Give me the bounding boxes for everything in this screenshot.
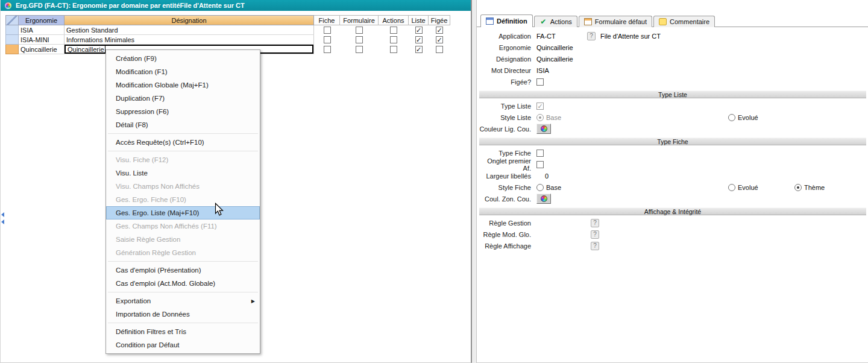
checkbox[interactable]	[390, 46, 397, 53]
row-selector[interactable]	[5, 35, 19, 45]
form-icon	[584, 18, 592, 25]
cell-figee: ✓	[429, 35, 450, 45]
menu-item[interactable]: Modification Globale (Maj+F1)	[106, 78, 260, 92]
header-selector[interactable]	[5, 15, 19, 25]
checkbox[interactable]: ✓	[415, 36, 423, 43]
checkbox[interactable]: ✓	[436, 27, 443, 34]
menu-item[interactable]: Ges. Champs Non Affichés (F11)	[106, 219, 260, 233]
menu-item[interactable]: Génération Règle Gestion	[106, 246, 260, 259]
checkbox[interactable]	[390, 27, 397, 34]
row-selector[interactable]	[5, 25, 19, 35]
tab-commentaire[interactable]: Commentaire	[653, 16, 715, 27]
form-row: Mot DirecteurISIA	[479, 65, 866, 76]
form-row: Largeur libellés0	[479, 170, 866, 182]
checkbox[interactable]	[324, 36, 331, 43]
field-value: Quincaillerie	[536, 55, 587, 63]
tab-actions[interactable]: ✔ Actions	[534, 16, 577, 27]
radio-option[interactable]: Base	[536, 114, 561, 121]
checkbox[interactable]: ✓	[415, 46, 423, 53]
header-fiche[interactable]: Fiche	[314, 15, 340, 25]
row-selector[interactable]	[5, 45, 19, 54]
title-bar[interactable]: Erg.GFD (FA-CT): Ergonomie par domaine p…	[1, 0, 471, 11]
menu-item[interactable]: Accès Requête(s) (Ctrl+F10)	[106, 136, 260, 149]
menu-separator	[108, 133, 258, 134]
submenu-arrow-icon: ▶	[251, 298, 255, 304]
menu-item[interactable]: Cas d'emploi (Act.Mod. Globale)	[106, 277, 260, 290]
tab-formulaire-defaut[interactable]: Formulaire défaut	[579, 16, 652, 27]
checkbox[interactable]	[536, 78, 544, 86]
checkbox[interactable]	[356, 36, 363, 43]
checkbox[interactable]	[324, 46, 331, 53]
cell-ergonomie[interactable]: Quincaillerie	[19, 45, 64, 54]
checkbox[interactable]: ✓	[436, 36, 443, 43]
checkbox[interactable]	[324, 27, 331, 34]
menu-item[interactable]: Suppression (F6)	[106, 105, 260, 118]
checkbox[interactable]	[536, 150, 544, 157]
menu-item[interactable]: Visu. Liste	[106, 166, 260, 180]
color-wheel-icon	[541, 125, 547, 132]
dock-handle[interactable]	[1, 212, 4, 224]
header-liste[interactable]: Liste	[409, 15, 429, 25]
table-row[interactable]: ISIA-MINI Informations Minimales ✓ ✓	[5, 35, 450, 45]
table-row[interactable]: ISIA Gestion Standard ✓ ✓	[5, 25, 450, 35]
tab-label: Formulaire défaut	[595, 18, 647, 25]
radio-option[interactable]: Evolué	[728, 114, 758, 121]
field-content	[536, 147, 866, 159]
cell-formulaire	[340, 35, 379, 45]
checkbox[interactable]: ✓	[536, 103, 544, 110]
checkbox[interactable]	[356, 27, 363, 34]
help-button[interactable]: ?	[587, 32, 596, 40]
tab-bar: Définition ✔ Actions Formulaire défaut C…	[480, 14, 716, 27]
field-label: Largeur libellés	[479, 172, 531, 180]
checkbox[interactable]	[390, 36, 397, 43]
cell-ergonomie[interactable]: ISIA	[19, 25, 64, 35]
form-row: Type Liste✓	[479, 100, 866, 112]
menu-item[interactable]: Définition Filtres et Tris	[106, 325, 260, 338]
menu-item[interactable]: Saisie Règle Gestion	[106, 233, 260, 246]
radio-option[interactable]: Thème	[794, 184, 825, 191]
checkbox[interactable]	[436, 46, 443, 53]
cell-formulaire	[340, 25, 379, 35]
menu-item[interactable]: Duplication (F7)	[106, 92, 260, 105]
menu-item[interactable]: Ges. Ergo. Liste (Maj+F10)	[106, 206, 260, 219]
menu-item[interactable]: Création (F9)	[106, 52, 260, 65]
menu-item[interactable]: Condition par Défaut	[106, 338, 260, 352]
cell-ergonomie[interactable]: ISIA-MINI	[19, 35, 64, 45]
radio-option[interactable]: Base	[536, 184, 561, 191]
menu-item[interactable]: Détail (F8)	[106, 118, 260, 131]
menu-item[interactable]: Ges. Ergo. Fiche (F10)	[106, 193, 260, 206]
actions-check-icon: ✔	[539, 18, 547, 25]
radio-option[interactable]: Evolué	[728, 184, 758, 191]
cell-designation[interactable]: Informations Minimales	[64, 35, 314, 45]
field-extra: File d'Attente sur CT	[600, 33, 661, 40]
header-ergonomie[interactable]: Ergonomie	[19, 15, 64, 25]
menu-separator	[108, 151, 258, 151]
checkbox[interactable]	[536, 161, 544, 168]
help-button[interactable]: ?	[591, 230, 599, 239]
menu-item[interactable]: Visu. Champs Non Affichés	[106, 180, 260, 193]
help-button[interactable]: ?	[591, 242, 599, 250]
properties-panel: Définition ✔ Actions Formulaire défaut C…	[476, 0, 868, 363]
menu-item[interactable]: Visu. Fiche (F12)	[106, 153, 260, 166]
checkbox[interactable]: ✓	[415, 27, 423, 34]
cell-actions	[379, 35, 409, 45]
cell-fiche	[314, 25, 340, 35]
cell-actions	[379, 25, 409, 35]
header-formulaire[interactable]: Formulaire	[340, 15, 379, 25]
color-picker-button[interactable]	[536, 194, 551, 204]
help-button[interactable]: ?	[591, 219, 599, 227]
header-figee[interactable]: Figée	[429, 15, 450, 25]
cell-designation[interactable]: Gestion Standard	[64, 25, 314, 35]
field-content	[536, 159, 866, 170]
tab-definition[interactable]: Définition	[480, 14, 533, 27]
field-content: ?	[536, 229, 866, 240]
menu-item[interactable]: Exportation▶	[106, 294, 260, 308]
menu-item[interactable]: Modification (F1)	[106, 65, 260, 78]
field-content: ?	[536, 217, 866, 229]
header-actions[interactable]: Actions	[379, 15, 409, 25]
color-picker-button[interactable]	[536, 124, 551, 134]
menu-item[interactable]: Importation de Données	[106, 308, 260, 321]
menu-item[interactable]: Cas d'emploi (Présentation)	[106, 264, 260, 277]
checkbox[interactable]	[356, 46, 363, 53]
header-designation[interactable]: Désignation	[64, 15, 314, 25]
